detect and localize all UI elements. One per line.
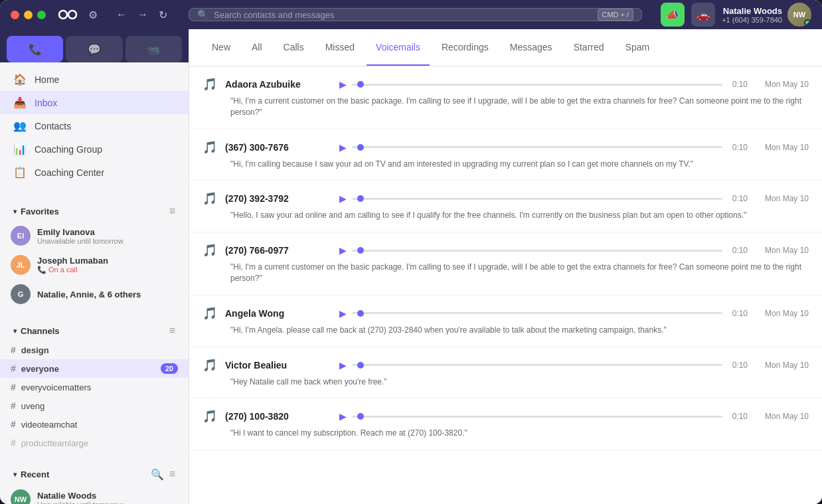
tab-chat[interactable]: 💬 [66, 36, 122, 62]
tab-video[interactable]: 📹 [125, 36, 182, 62]
favorites-actions[interactable]: ≡ [169, 205, 175, 217]
tab-new[interactable]: New [203, 29, 240, 66]
recent-search-icon[interactable]: 🔍 [151, 468, 164, 481]
vm-caller-name: (270) 766-0977 [225, 245, 331, 256]
online-status [804, 19, 811, 26]
favorites-title: Favorites [13, 207, 59, 216]
forward-button[interactable]: → [135, 6, 151, 23]
settings-button[interactable]: ⚙ [86, 6, 100, 24]
progress-dot [357, 310, 364, 317]
tab-messages[interactable]: Messages [501, 29, 562, 66]
play-button[interactable]: ▶ [339, 308, 347, 319]
vm-caller-name: (270) 100-3820 [225, 411, 331, 422]
tab-spam[interactable]: Spam [616, 29, 659, 66]
sidebar-item-coaching-center[interactable]: 📋 Coaching Center [0, 161, 189, 184]
voicemail-icon: 🎵 [203, 306, 217, 321]
megaphone-button[interactable]: 📣 [661, 3, 685, 27]
progress-bar[interactable] [352, 146, 722, 148]
tab-phone[interactable]: 📞 [7, 36, 63, 62]
recent-natalie[interactable]: NW Natalie Woods Unavailable until tomor… [0, 485, 189, 504]
play-button[interactable]: ▶ [339, 360, 347, 371]
recent-menu-icon[interactable]: ≡ [169, 468, 175, 481]
recent-title: Recent [13, 469, 49, 479]
maximize-button[interactable] [37, 11, 46, 19]
voicemail-item[interactable]: 🎵 (270) 100-3820 ▶ 0:10 Mon May 10 "Hi I… [189, 398, 822, 450]
user-avatar[interactable]: NW [787, 3, 811, 27]
vm-date: Mon May 10 [756, 361, 809, 370]
close-button[interactable] [11, 11, 19, 19]
play-button[interactable]: ▶ [339, 193, 347, 204]
vm-transcript: "Hi, I'm Angela. please call me back at … [222, 325, 809, 336]
emily-avatar: EI [11, 226, 31, 246]
channel-name: design [21, 345, 178, 355]
vm-controls: ▶ 0:10 [339, 79, 748, 90]
tab-starred[interactable]: Starred [564, 29, 614, 66]
refresh-button[interactable]: ↻ [156, 6, 170, 24]
back-button[interactable]: ← [114, 6, 129, 23]
vm-caller-name: Adaora Azubuike [225, 79, 331, 90]
sidebar-item-coaching-group[interactable]: 📊 Coaching Group [0, 137, 189, 161]
vm-duration: 0:10 [728, 309, 748, 318]
progress-bar[interactable] [352, 364, 722, 366]
vm-controls: ▶ 0:10 [339, 245, 748, 256]
search-input[interactable] [214, 10, 592, 20]
group-avatar: G [11, 284, 31, 304]
vm-duration: 0:10 [728, 361, 748, 370]
joseph-name: Joseph Lumaban [37, 256, 178, 266]
voicemail-item[interactable]: 🎵 (367) 300-7676 ▶ 0:10 Mon May 10 "Hi, … [189, 129, 822, 181]
vm-duration: 0:10 [728, 246, 748, 255]
sidebar-item-label: Coaching Group [35, 144, 102, 155]
progress-bar[interactable] [352, 198, 722, 200]
tab-calls[interactable]: Calls [274, 29, 313, 66]
channel-name: everyone [21, 364, 155, 374]
voicemail-item[interactable]: 🎵 Angela Wong ▶ 0:10 Mon May 10 "Hi, I'm… [189, 295, 822, 347]
favorite-group[interactable]: G Natalie, Annie, & 6 others [0, 280, 189, 309]
hash-icon: # [11, 382, 16, 392]
progress-bar[interactable] [352, 312, 722, 314]
channel-productteamlarge[interactable]: # productteamlarge [0, 434, 189, 452]
tab-voicemails[interactable]: Voicemails [367, 29, 430, 66]
channels-actions[interactable]: ≡ [169, 325, 175, 337]
hash-icon: # [11, 363, 16, 374]
play-button[interactable]: ▶ [339, 245, 347, 256]
play-button[interactable]: ▶ [339, 79, 347, 90]
user-name: Natalie Woods [722, 6, 782, 16]
favorite-emily[interactable]: EI Emily Ivanova Unavailable until tomor… [0, 221, 189, 250]
vm-controls: ▶ 0:10 [339, 193, 748, 204]
voicemail-item[interactable]: 🎵 Adaora Azubuike ▶ 0:10 Mon May 10 "Hi,… [189, 66, 822, 129]
hash-icon: # [11, 419, 16, 430]
vm-controls: ▶ 0:10 [339, 360, 748, 371]
voicemail-item[interactable]: 🎵 (270) 766-0977 ▶ 0:10 Mon May 10 "Hi, … [189, 232, 822, 295]
channel-name: videoteamchat [21, 420, 178, 430]
voicemail-icon: 🎵 [203, 409, 217, 424]
sidebar-item-label: Home [35, 74, 59, 85]
sidebar-item-home[interactable]: 🏠 Home [0, 68, 189, 91]
sidebar-item-contacts[interactable]: 👥 Contacts [0, 114, 189, 137]
search-shortcut: CMD + / [598, 9, 634, 21]
coaching-group-icon: 📊 [13, 143, 27, 155]
progress-bar[interactable] [352, 416, 722, 418]
progress-bar[interactable] [352, 250, 722, 252]
voicemail-icon: 🎵 [203, 191, 217, 206]
play-button[interactable]: ▶ [339, 142, 347, 153]
channel-everyone[interactable]: # everyone 20 [0, 359, 189, 378]
tab-recordings[interactable]: Recordings [432, 29, 498, 66]
tab-all[interactable]: All [242, 29, 272, 66]
channel-uveng[interactable]: # uveng [0, 396, 189, 415]
play-button[interactable]: ▶ [339, 411, 347, 422]
channel-videoteamchat[interactable]: # videoteamchat [0, 415, 189, 434]
sidebar-item-inbox[interactable]: 📥 Inbox [0, 91, 189, 114]
progress-bar[interactable] [352, 84, 722, 86]
home-icon: 🏠 [13, 73, 27, 86]
truck-button[interactable]: 🚗 [691, 3, 715, 27]
sidebar-item-label: Contacts [35, 121, 71, 131]
favorite-joseph[interactable]: JL Joseph Lumaban On a call [0, 250, 189, 280]
tab-missed[interactable]: Missed [316, 29, 364, 66]
channel-design[interactable]: # design [0, 341, 189, 359]
voicemail-item[interactable]: 🎵 (270) 392-3792 ▶ 0:10 Mon May 10 "Hell… [189, 181, 822, 232]
vm-date: Mon May 10 [756, 309, 809, 318]
voicemail-item[interactable]: 🎵 Victor Bealieu ▶ 0:10 Mon May 10 "Hey … [189, 347, 822, 399]
minimize-button[interactable] [24, 11, 33, 19]
channel-everyvoicematters[interactable]: # everyvoicematters [0, 378, 189, 396]
vm-duration: 0:10 [728, 143, 748, 152]
